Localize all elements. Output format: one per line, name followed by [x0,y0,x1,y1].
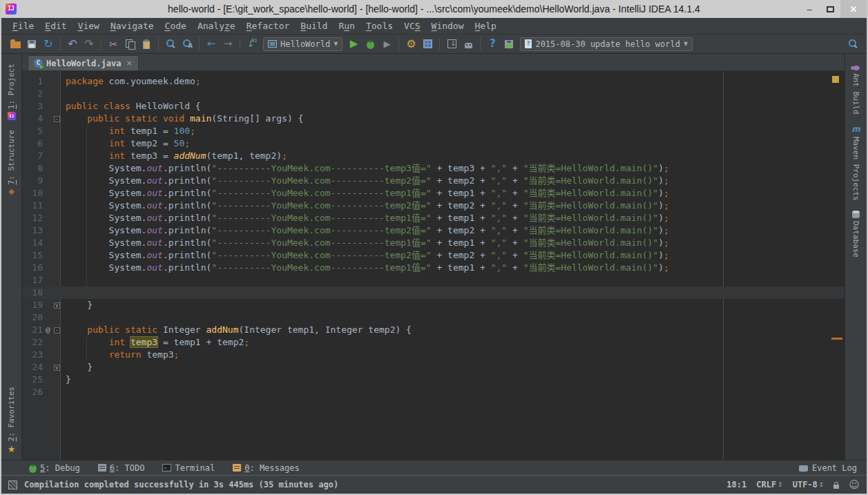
tab-close-icon[interactable]: × [126,59,132,68]
code-text[interactable]: } [61,361,93,373]
vcs-message-select[interactable]: 2015-08-30 update hello world▼ [520,37,693,51]
fold-marker[interactable]: - [52,113,61,125]
search-everywhere-icon[interactable] [845,36,861,52]
fold-marker[interactable] [52,373,61,386]
stripe-button-2-favorites[interactable]: 2: Favorites★ [7,387,16,454]
fold-marker[interactable] [52,386,61,398]
menu-run[interactable]: Run [333,19,360,33]
close-button[interactable]: ✕ [840,0,867,18]
fold-marker[interactable] [52,237,61,249]
code-line-3[interactable]: 3public class HelloWorld { [22,100,845,113]
code-text[interactable] [61,287,66,299]
run-configuration-select[interactable]: HelloWorld▼ [263,37,343,51]
find-icon[interactable] [162,36,179,52]
line-number[interactable]: 13 [22,224,46,237]
code-text[interactable]: return temp3; [61,349,179,361]
minimize-button[interactable]: – [799,2,820,16]
fold-marker[interactable] [52,150,61,162]
code-line-22[interactable]: 22 int temp3 = temp1 + temp2; [22,336,845,349]
line-number[interactable]: 21 [22,324,46,336]
code-text[interactable]: public static Integer addNum(Integer tem… [61,324,412,336]
code-text[interactable]: } [61,299,93,311]
code-line-25[interactable]: 25} [22,373,845,386]
code-line-1[interactable]: 1package com.youmeek.demo; [22,75,845,88]
open-icon[interactable] [7,36,23,52]
back-icon[interactable]: ← [203,36,220,52]
tool-window-button-6-todo[interactable]: 6: TODO [98,463,145,473]
fold-marker[interactable] [52,100,61,113]
line-number[interactable]: 24 [22,361,46,373]
tab-helloworld-java[interactable]: C HelloWorld.java × [28,55,139,70]
fold-marker[interactable] [52,262,61,274]
code-line-6[interactable]: 6 int temp2 = 50; [22,137,845,150]
menu-window[interactable]: Window [426,19,470,33]
redo-icon[interactable]: ↷ [81,36,97,52]
fold-marker[interactable]: v [52,361,61,373]
code-line-26[interactable]: 26 [22,386,845,398]
fold-marker[interactable] [52,175,61,187]
line-number[interactable]: 12 [22,212,46,224]
tool-window-button-0-messages[interactable]: 0: Messages [233,463,299,473]
code-line-11[interactable]: 11 System.out.println("----------YouMeek… [22,200,845,212]
run-icon[interactable]: ▶ [345,36,362,52]
paste-icon[interactable] [138,36,155,52]
fold-end-icon[interactable]: v [54,302,60,309]
code-text[interactable]: int temp3 = addNum(temp1, temp2); [61,150,287,162]
code-line-9[interactable]: 9 System.out.println("----------YouMeek.… [22,175,845,187]
code-line-21[interactable]: 21@- public static Integer addNum(Intege… [22,324,845,336]
fold-marker[interactable] [52,349,61,361]
encoding-selector[interactable]: UTF-8 ↕ [793,480,824,489]
menu-code[interactable]: Code [160,19,192,33]
line-number[interactable]: 20 [22,311,46,324]
line-number[interactable]: 18 [22,287,46,299]
line-number[interactable]: 11 [22,200,46,212]
code-text[interactable]: System.out.println("----------YouMeek.co… [61,175,669,187]
lock-icon[interactable] [833,485,839,489]
code-text[interactable]: package com.youmeek.demo; [61,75,201,88]
tool-window-button-event-log[interactable]: Event Log [799,463,857,473]
code-line-13[interactable]: 13 System.out.println("----------YouMeek… [22,224,845,237]
line-number[interactable]: 8 [22,162,46,175]
code-line-4[interactable]: 4- public static void main(String[] args… [22,113,845,125]
menu-help[interactable]: Help [470,19,502,33]
debug-icon[interactable] [362,36,378,52]
code-text[interactable] [61,311,66,324]
commit-changes-icon[interactable] [501,36,517,52]
menu-file[interactable]: File [7,19,39,33]
code-text[interactable]: System.out.println("----------YouMeek.co… [61,212,669,224]
android-device-icon[interactable] [460,36,476,52]
menu-analyze[interactable]: Analyze [192,19,241,33]
fold-marker[interactable] [52,274,61,287]
fold-marker[interactable] [52,224,61,237]
fold-marker[interactable] [52,75,61,88]
tool-window-button-5-debug[interactable]: 5: Debug [29,463,80,473]
undo-icon[interactable]: ↶ [64,36,81,52]
menu-edit[interactable]: Edit [39,19,72,33]
line-number[interactable]: 2 [22,88,46,100]
stripe-button-ant-build[interactable]: Ant Build [851,64,860,115]
menu-tools[interactable]: Tools [360,19,398,33]
menu-build[interactable]: Build [295,19,333,33]
fold-marker[interactable] [52,125,61,137]
line-number[interactable]: 19 [22,299,46,311]
menu-navigate[interactable]: Navigate [105,19,160,33]
fold-marker[interactable]: v [52,299,61,311]
fold-marker[interactable] [52,187,61,200]
line-number[interactable]: 6 [22,137,46,150]
forward-icon[interactable]: → [220,36,236,52]
code-line-17[interactable]: 17 [22,274,845,287]
stripe-button-7-structure[interactable]: 7: Structure❖ [7,130,16,196]
code-line-7[interactable]: 7 int temp3 = addNum(temp1, temp2); [22,150,845,162]
code-line-8[interactable]: 8 System.out.println("----------YouMeek.… [22,162,845,175]
menu-view[interactable]: View [73,19,105,33]
project-structure-icon[interactable] [419,36,436,52]
line-number[interactable]: 14 [22,237,46,249]
code-line-16[interactable]: 16 System.out.println("----------YouMeek… [22,262,845,274]
code-line-19[interactable]: 19v } [22,299,845,311]
maximize-button[interactable] [820,2,840,16]
code-line-14[interactable]: 14 System.out.println("----------YouMeek… [22,237,845,249]
code-text[interactable]: int temp1 = 100; [61,125,195,137]
code-text[interactable]: System.out.println("----------YouMeek.co… [61,200,669,212]
code-line-2[interactable]: 2 [22,88,845,100]
fold-marker[interactable] [52,212,61,224]
